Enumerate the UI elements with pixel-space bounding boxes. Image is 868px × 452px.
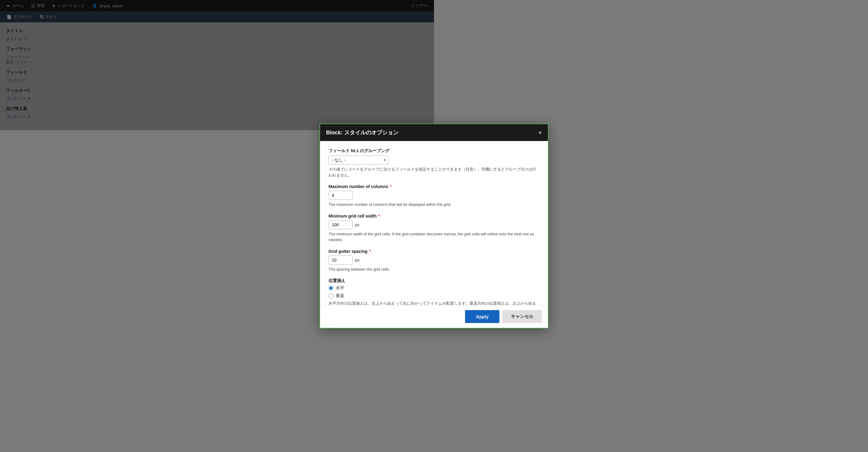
- min-cell-width-field: Minimum grid cell width * px The minimum…: [329, 214, 434, 226]
- grouping-description: その値でレコードをグループに分けるフィールドを指定することができます（任意）。空…: [329, 166, 434, 178]
- modal-title: Block: スタイルのオプション: [326, 129, 398, 136]
- grouping-field: フィールド Nr.1 のグループング - なし - ▾ その値でレコードをグルー…: [329, 148, 434, 178]
- modal-dialog: Block: スタイルのオプション × フィールド Nr.1 のグループング -…: [319, 124, 434, 226]
- min-cell-width-input[interactable]: [329, 220, 352, 226]
- max-columns-label: Maximum number of columns *: [329, 184, 434, 189]
- min-cell-width-wrapper: px: [329, 220, 434, 226]
- min-cell-width-label: Minimum grid cell width *: [329, 214, 434, 219]
- max-columns-required: *: [389, 184, 392, 189]
- modal-header: Block: スタイルのオプション ×: [320, 124, 434, 141]
- max-columns-field: Maximum number of columns * The maximum …: [329, 184, 434, 207]
- min-cell-width-unit: px: [355, 222, 360, 226]
- grouping-label: フィールド Nr.1 のグループング: [329, 148, 434, 154]
- modal-body: フィールド Nr.1 のグループング - なし - ▾ その値でレコードをグルー…: [320, 141, 434, 226]
- grouping-select[interactable]: - なし -: [329, 156, 389, 164]
- min-cell-width-required: *: [377, 214, 380, 219]
- grouping-select-wrapper: - なし - ▾: [329, 156, 389, 164]
- max-columns-input[interactable]: [329, 191, 352, 200]
- max-columns-description: The maximum number of columns that will …: [329, 202, 434, 207]
